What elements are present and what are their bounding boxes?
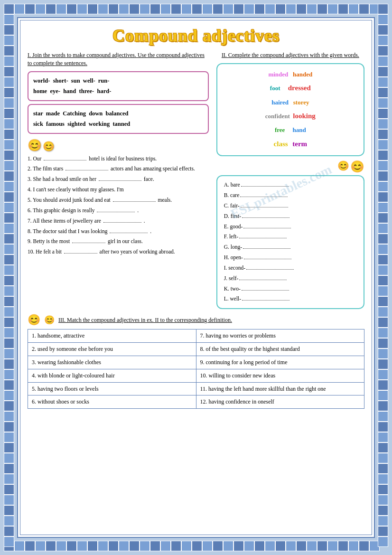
- smiley-icon-1: 😊: [28, 139, 42, 152]
- completion-C: C. fair-: [224, 201, 357, 211]
- table-row: 2. used by someone else before you 8. of…: [28, 343, 364, 356]
- smiley-icon-5: 😊: [28, 314, 40, 326]
- sentence-4: 4. I can't see clearly without my glasse…: [28, 185, 209, 195]
- smiley-icon-3: 😊: [337, 160, 349, 173]
- sentence-2: 2. The film stars actors and has amazing…: [28, 164, 209, 174]
- wc-confident: confident: [265, 113, 290, 120]
- table-row: 4. with blonde or light-coloured hair 10…: [28, 369, 364, 382]
- match-right-6: 12. having confidence in oneself: [196, 395, 364, 409]
- completion-I: I. second-: [224, 263, 357, 273]
- section3-label: III. Match the compound adjectives in ex…: [58, 316, 232, 324]
- completion-box: A. bare B. care C. fair- D. first- E. go…: [216, 175, 364, 309]
- completion-A: A. bare: [224, 180, 357, 190]
- match-left-3: 3. wearing fashionable clothes: [28, 356, 196, 369]
- table-row: 5. having two floors or levels 11. havin…: [28, 382, 364, 395]
- wc-hand: hand: [293, 126, 306, 133]
- completion-B: B. care: [224, 190, 357, 201]
- wc-dressed: dressed: [288, 84, 311, 92]
- wc-handed: handed: [293, 71, 312, 78]
- sentence-8: 8. The doctor said that I was looking .: [28, 226, 209, 237]
- sentence-5: 5. You should avoid junk food and eat me…: [28, 195, 209, 206]
- match-left-2: 2. used by someone else before you: [28, 343, 196, 356]
- sentences-area: 1. Our hotel is ideal for business trips…: [28, 154, 209, 257]
- wc-term: term: [292, 140, 307, 148]
- match-left-4: 4. with blonde or light-coloured hair: [28, 369, 196, 382]
- wc-free: free: [275, 126, 285, 133]
- wc-minded: minded: [268, 71, 288, 78]
- table-row: 6. without shoes or socks 12. having con…: [28, 395, 364, 409]
- wc-looking: looking: [293, 112, 316, 120]
- sentence-6: 6. This graphic design is really .: [28, 206, 209, 216]
- match-right-2: 8. of the best quality or the highest st…: [196, 343, 364, 356]
- section2-label: II. Complete the compound adjectives wit…: [216, 51, 364, 59]
- wc-storey: storey: [293, 99, 309, 106]
- match-right-4: 10. willing to consider new ideas: [196, 369, 364, 382]
- table-row: 3. wearing fashionable clothes 9. contin…: [28, 356, 364, 369]
- sentence-9: 9. Betty is the most girl in our class.: [28, 236, 209, 247]
- match-table: 1. handsome, attractive 7. having no wor…: [28, 329, 364, 409]
- match-left-6: 6. without shoes or socks: [28, 395, 196, 409]
- completion-L: L. well-: [224, 294, 357, 304]
- page-title: Compound adjectives: [28, 26, 364, 46]
- match-right-3: 9. continuing for a long period of time: [196, 356, 364, 369]
- match-right-1: 7. having no worries or problems: [196, 329, 364, 343]
- completion-D: D. first-: [224, 211, 357, 222]
- smiley-icon-2: 😊: [43, 141, 55, 152]
- wordbox1: world- short- sun well- run- home eye- h…: [28, 71, 209, 101]
- table-row: 1. handsome, attractive 7. having no wor…: [28, 329, 364, 343]
- completion-H: H. open-: [224, 253, 357, 263]
- sentence-3: 3. She had a broad smile on her face.: [28, 174, 209, 185]
- wc-haired: haired: [271, 99, 289, 106]
- completion-J: J. self-: [224, 273, 357, 284]
- match-right-5: 11. having the left hand more skillful t…: [196, 382, 364, 395]
- wordbox2: star made Catching down balanced sick fa…: [28, 104, 209, 134]
- sentence-1: 1. Our hotel is ideal for business trips…: [28, 154, 209, 164]
- sentence-7: 7. All these items of jewellery are .: [28, 216, 209, 226]
- sentence-10: 10. He felt a bit after two years of wor…: [28, 247, 209, 257]
- wc-foot: foot: [270, 85, 280, 92]
- smiley-icon-6: 😊: [44, 315, 55, 325]
- section1-label: I. Join the words to make compound adjec…: [28, 51, 209, 67]
- word-cloud: minded handed foot dressed haired storey…: [216, 63, 364, 156]
- completion-K: K. two-: [224, 284, 357, 294]
- wc-class: class: [274, 140, 288, 148]
- match-left-1: 1. handsome, attractive: [28, 329, 196, 343]
- completion-G: G. long-: [224, 242, 357, 253]
- match-left-5: 5. having two floors or levels: [28, 382, 196, 395]
- completion-F: F. left-: [224, 232, 357, 242]
- completion-E: E. good-: [224, 222, 357, 232]
- smiley-icon-4: 😊: [350, 160, 364, 173]
